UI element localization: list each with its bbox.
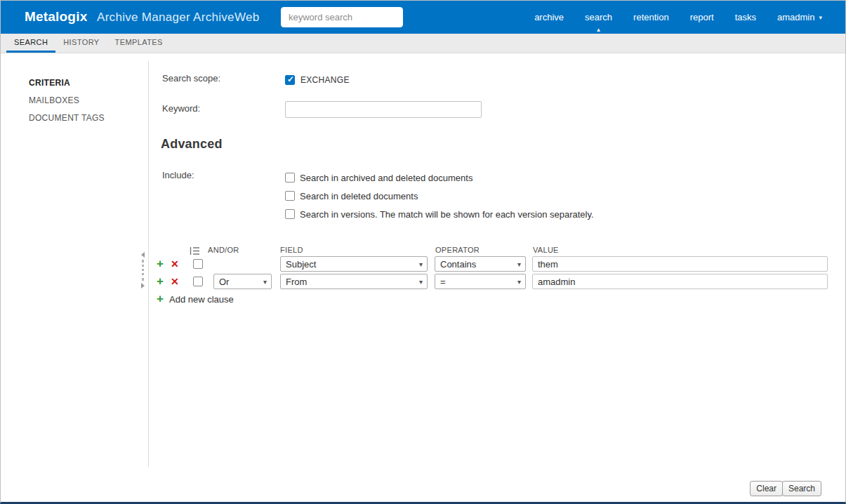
nav-search-label: search — [585, 12, 612, 22]
keyword-label: Keyword: — [162, 103, 200, 114]
nav-report[interactable]: report — [680, 1, 725, 34]
tab-history[interactable]: HISTORY — [55, 34, 107, 53]
andor-select[interactable]: Or ▾ — [213, 274, 272, 289]
chevron-down-icon: ▾ — [517, 278, 521, 286]
tab-templates[interactable]: TEMPLATES — [107, 34, 171, 53]
search-scope-label: Search scope: — [162, 73, 220, 84]
active-nav-indicator-icon: ▲ — [596, 27, 602, 33]
add-new-clause-link[interactable]: Add new clause — [169, 294, 234, 305]
value-input[interactable] — [532, 274, 828, 289]
app-header: Metalogix Archive Manager ArchiveWeb arc… — [1, 1, 845, 34]
exchange-checkbox[interactable] — [285, 75, 295, 85]
sidebar-item-document-tags[interactable]: DOCUMENT TAGS — [29, 113, 105, 123]
brand-logo: Metalogix — [25, 9, 87, 25]
operator-select[interactable]: = ▾ — [435, 274, 526, 289]
nav-archive-label: archive — [534, 12, 564, 22]
operator-select[interactable]: Contains ▾ — [435, 256, 526, 272]
field-select[interactable]: Subject ▾ — [280, 256, 428, 272]
clause-checkbox[interactable] — [193, 277, 203, 286]
include-versions-checkbox[interactable] — [285, 209, 295, 219]
nav-tasks[interactable]: tasks — [725, 1, 767, 34]
add-new-clause-icon[interactable]: + — [157, 292, 164, 306]
chevron-down-icon: ▾ — [263, 278, 267, 286]
nav-retention[interactable]: retention — [623, 1, 680, 34]
clause-row: + ✕ Or ▾ From ▾ = ▾ — [1, 274, 846, 291]
column-header-field: FIELD — [280, 246, 303, 254]
exchange-checkbox-label: EXCHANGE — [300, 75, 350, 85]
top-nav: archive search ▲ retention report tasks … — [524, 1, 833, 34]
include-archived-deleted-checkbox[interactable] — [285, 173, 295, 183]
column-header-value: VALUE — [533, 246, 559, 254]
nav-report-label: report — [690, 12, 714, 22]
app-title: Archive Manager ArchiveWeb — [97, 11, 259, 25]
nav-tasks-label: tasks — [735, 12, 756, 22]
clear-button[interactable]: Clear — [750, 481, 783, 496]
nav-retention-label: retention — [633, 12, 669, 22]
value-input[interactable] — [532, 256, 828, 272]
chevron-down-icon: ▾ — [517, 260, 521, 268]
nav-search[interactable]: search ▲ — [574, 1, 623, 34]
operator-select-value: Contains — [440, 259, 476, 270]
archiveweb-window: Metalogix Archive Manager ArchiveWeb arc… — [0, 0, 846, 504]
user-menu[interactable]: amadmin ▾ — [767, 1, 833, 34]
include-archived-deleted-label: Search in archived and deleted documents — [300, 173, 472, 183]
sidebar-item-mailboxes[interactable]: MAILBOXES — [29, 95, 79, 105]
search-button[interactable]: Search — [782, 481, 821, 496]
chevron-down-icon: ▾ — [819, 14, 822, 21]
include-deleted-checkbox[interactable] — [285, 191, 295, 201]
clause-checkbox[interactable] — [193, 259, 203, 269]
clause-row: + ✕ Subject ▾ Contains ▾ — [1, 256, 846, 273]
keyword-search-input[interactable] — [281, 7, 403, 27]
user-menu-label: amadmin — [777, 12, 814, 22]
advanced-heading: Advanced — [161, 137, 223, 152]
tab-search[interactable]: SEARCH — [6, 34, 55, 53]
remove-clause-icon[interactable]: ✕ — [171, 258, 179, 270]
column-header-operator: OPERATOR — [435, 246, 480, 254]
operator-select-value: = — [440, 277, 446, 287]
field-select-value: Subject — [286, 259, 316, 270]
sub-tabbar: SEARCH HISTORY TEMPLATES — [1, 34, 845, 53]
remove-clause-icon[interactable]: ✕ — [171, 276, 179, 287]
add-clause-icon[interactable]: + — [157, 257, 164, 271]
include-versions-label: Search in versions. The match will be sh… — [300, 209, 594, 220]
nav-archive[interactable]: archive — [524, 1, 574, 34]
include-label: Include: — [162, 170, 194, 180]
field-select[interactable]: From ▾ — [280, 274, 428, 289]
column-header-andor: AND/OR — [208, 246, 239, 254]
chevron-down-icon: ▾ — [419, 278, 423, 286]
chevron-down-icon: ▾ — [419, 260, 423, 268]
andor-select-value: Or — [219, 277, 229, 287]
field-select-value: From — [286, 277, 307, 287]
sidebar-item-criteria[interactable]: CRITERIA — [29, 78, 70, 88]
include-deleted-label: Search in deleted documents — [300, 191, 418, 201]
add-clause-icon[interactable]: + — [157, 274, 164, 289]
keyword-input[interactable] — [285, 101, 482, 118]
